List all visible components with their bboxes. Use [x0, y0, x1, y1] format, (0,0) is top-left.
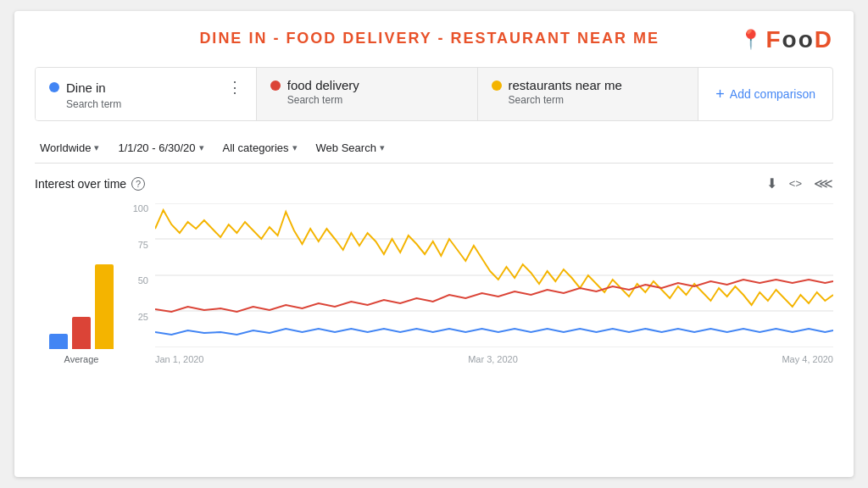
term-name-food-delivery: food delivery [287, 78, 359, 92]
x-label-jan: Jan 1, 2020 [155, 354, 204, 364]
embed-button[interactable]: <> [789, 177, 802, 190]
download-button[interactable]: ⬇ [766, 175, 777, 191]
x-label-mar: Mar 3, 2020 [468, 354, 518, 364]
chart-actions: ⬇ <> ⋘ [766, 175, 833, 191]
filter-category-label: All categories [223, 141, 289, 154]
filter-category[interactable]: All categories ▾ [218, 138, 303, 158]
chart-section: Interest over time ? ⬇ <> ⋘ Average [35, 175, 833, 364]
filter-search-type-label: Web Search [316, 141, 376, 154]
help-icon[interactable]: ? [131, 177, 145, 191]
dot-red [270, 80, 281, 91]
plus-icon: + [715, 86, 725, 103]
blue-line [155, 329, 833, 335]
term-menu-dine-in[interactable]: ⋮ [227, 78, 242, 97]
term-type-restaurants: Search term [509, 94, 685, 106]
y-axis-labels: 100 75 50 25 [128, 203, 153, 347]
logo-text: FooD [765, 26, 833, 53]
term-type-food-delivery: Search term [287, 94, 464, 106]
x-label-may: May 4, 2020 [782, 354, 833, 364]
line-chart-wrap: 100 75 50 25 [128, 203, 833, 364]
filter-date-label: 1/1/20 - 6/30/20 [118, 141, 195, 154]
chevron-down-icon: ▾ [292, 142, 298, 153]
main-card: DINE IN - FOOD DELIVERY - RESTAURANT NEA… [14, 11, 854, 477]
y-label-50: 50 [128, 275, 148, 286]
search-term-dine-in[interactable]: Dine in ⋮ Search term [36, 68, 257, 120]
chevron-down-icon: ▾ [380, 142, 385, 153]
avg-bar-yellow [95, 264, 114, 349]
svg-chart-wrapper [155, 203, 833, 347]
term-name-dine-in: Dine in [66, 80, 106, 95]
logo: 📍 FooD [739, 26, 833, 53]
chart-title-group: Interest over time ? [35, 177, 145, 191]
average-label: Average [35, 354, 128, 364]
y-label-100: 100 [128, 203, 148, 214]
red-line [155, 280, 833, 312]
page-title: DINE IN - FOOD DELIVERY - RESTAURANT NEA… [120, 30, 739, 47]
search-term-restaurants-near-me[interactable]: restaurants near me Search term [478, 68, 699, 120]
search-term-food-delivery[interactable]: food delivery Search term [257, 68, 478, 120]
average-bars [49, 247, 114, 349]
chart-header: Interest over time ? ⬇ <> ⋘ [35, 175, 833, 191]
x-axis-labels: Jan 1, 2020 Mar 3, 2020 May 4, 2020 [155, 354, 833, 364]
filter-region[interactable]: Worldwide ▾ [35, 138, 104, 158]
dot-blue [49, 82, 59, 92]
average-column: Average [35, 203, 128, 364]
filter-region-label: Worldwide [40, 141, 91, 154]
line-chart-svg [155, 203, 833, 347]
add-comparison-label: Add comparison [730, 87, 815, 101]
chart-title: Interest over time [35, 177, 126, 191]
filter-search-type[interactable]: Web Search ▾ [311, 138, 390, 158]
term-type-dine-in: Search term [66, 98, 242, 110]
avg-bar-red [72, 317, 91, 349]
term-name-restaurants: restaurants near me [509, 78, 622, 92]
filters-row: Worldwide ▾ 1/1/20 - 6/30/20 ▾ All categ… [35, 133, 833, 164]
line-chart-container: 100 75 50 25 [128, 203, 833, 364]
share-button[interactable]: ⋘ [814, 175, 833, 191]
filter-date[interactable]: 1/1/20 - 6/30/20 ▾ [113, 138, 209, 158]
logo-icon: 📍 [739, 29, 762, 51]
y-label-25: 25 [128, 312, 148, 322]
dot-yellow [492, 80, 502, 91]
chart-area: Average 100 75 50 25 [35, 203, 833, 364]
yellow-line [155, 210, 833, 307]
add-comparison-button[interactable]: + Add comparison [698, 68, 832, 120]
search-terms-row: Dine in ⋮ Search term food delivery Sear… [35, 67, 833, 121]
chevron-down-icon: ▾ [94, 142, 99, 153]
y-label-75: 75 [128, 240, 148, 250]
title-row: DINE IN - FOOD DELIVERY - RESTAURANT NEA… [35, 26, 833, 53]
avg-bar-blue [49, 334, 68, 349]
chevron-down-icon: ▾ [199, 142, 204, 153]
